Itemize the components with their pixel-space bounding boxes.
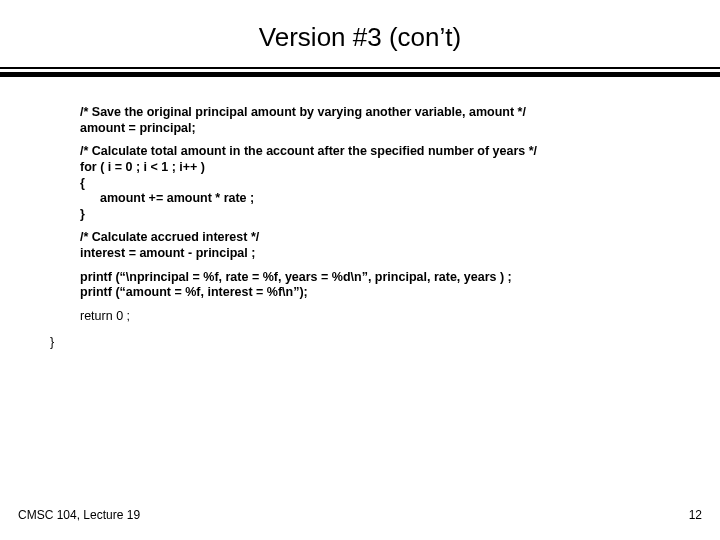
slide-footer: CMSC 104, Lecture 19 12 <box>18 508 702 522</box>
code-content: /* Save the original principal amount by… <box>0 77 720 325</box>
slide-title: Version #3 (con’t) <box>0 22 720 53</box>
code-line: /* Calculate total amount in the account… <box>80 144 720 160</box>
code-line: { <box>80 176 720 192</box>
code-line: return 0 ; <box>80 309 720 325</box>
code-line: amount = principal; <box>80 121 720 137</box>
code-line: interest = amount - principal ; <box>80 246 720 262</box>
code-line: } <box>80 207 720 223</box>
footer-left: CMSC 104, Lecture 19 <box>18 508 140 522</box>
code-line: for ( i = 0 ; i < 1 ; i++ ) <box>80 160 720 176</box>
code-line: /* Save the original principal amount by… <box>80 105 720 121</box>
code-closing-brace: } <box>0 335 720 349</box>
slide-number: 12 <box>689 508 702 522</box>
code-line: printf (“\nprincipal = %f, rate = %f, ye… <box>80 270 720 286</box>
code-line: printf (“amount = %f, interest = %f\n”); <box>80 285 720 301</box>
code-line: amount += amount * rate ; <box>80 191 720 207</box>
code-line: /* Calculate accrued interest */ <box>80 230 720 246</box>
horizontal-rule <box>0 67 720 77</box>
